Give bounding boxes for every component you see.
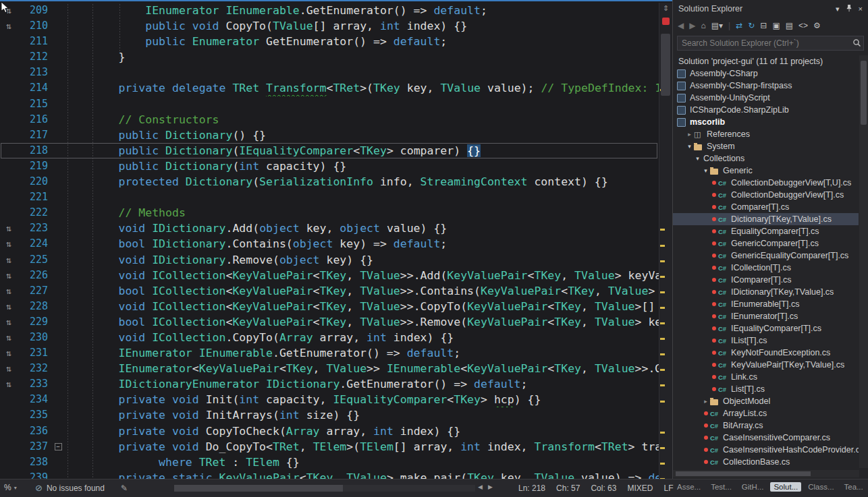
references-gutter-icon[interactable]: ⇅ (0, 345, 18, 361)
settings-icon[interactable]: ⚙ (813, 22, 821, 30)
edit-pencil-icon[interactable]: ✎ (121, 484, 128, 493)
references-gutter-icon[interactable]: ⇅ (0, 314, 18, 330)
close-icon[interactable]: × (859, 5, 863, 13)
tree-item[interactable]: C#IDictionary[TKey,TValue].cs (673, 286, 859, 298)
scroll-right-icon[interactable]: ▶ (488, 484, 493, 490)
code-line[interactable]: 217 public Dictionary() {} (0, 127, 659, 143)
expand-arrow-icon[interactable]: ▸ (685, 131, 694, 138)
tree-item[interactable]: C#ICollection[T].cs (673, 262, 859, 274)
scrollbar-thumb[interactable] (861, 61, 867, 125)
references-gutter-icon[interactable]: ⇅ (0, 252, 18, 268)
code-line[interactable]: 222 // Methods (0, 205, 659, 221)
code-line[interactable]: 218 public Dictionary(IEqualityComparer<… (0, 143, 659, 158)
code-line[interactable]: ⇅229 bool ICollection<KeyValuePair<TKey,… (0, 314, 659, 330)
tree-item[interactable]: C#CaseInsensitiveHashCodeProvider.cs (673, 444, 859, 456)
references-gutter-icon[interactable]: ⇅ (0, 221, 18, 236)
tree-item[interactable]: C#EqualityComparer[T].cs (673, 225, 859, 237)
code-line[interactable]: 216 // Constructors (0, 112, 659, 127)
scrollbar-thumb[interactable] (676, 471, 811, 476)
tree-item[interactable]: Assembly-UnityScript (673, 92, 859, 104)
code-line[interactable]: ⇅231 IEnumerator IEnumerable.GetEnumerat… (0, 345, 659, 361)
collapse-arrow-icon[interactable]: ▾ (693, 155, 702, 162)
search-input[interactable] (677, 36, 864, 51)
references-gutter-icon[interactable]: ⇅ (0, 236, 18, 252)
char-position[interactable]: Ch: 57 (556, 484, 580, 493)
encoding-indicator[interactable]: MIXED (627, 484, 653, 493)
show-all-files-icon[interactable]: ▣ (772, 22, 780, 30)
references-gutter-icon[interactable]: ⇅ (0, 283, 18, 299)
code-line[interactable]: 214 private delegate TRet Transform<TRet… (0, 80, 659, 96)
code-line[interactable]: 211 public Enumerator GetEnumerator() =>… (0, 34, 659, 49)
code-line[interactable]: ⇅232 IEnumerator<KeyValuePair<TKey, TVal… (0, 361, 659, 376)
tree-item[interactable]: ▸ObjectModel (673, 395, 859, 407)
code-line[interactable]: 235 private void InitArrays(int size) {} (0, 407, 659, 423)
tree-item[interactable]: C#CollectionDebuggerView[T].cs (673, 189, 859, 201)
references-gutter-icon[interactable]: ⇅ (0, 268, 18, 283)
tool-window-tab[interactable]: Class... (805, 482, 837, 492)
tree-item[interactable]: ▾Collections (673, 152, 859, 165)
code-line[interactable]: 220 protected Dictionary(SerializationIn… (0, 174, 659, 189)
tree-item[interactable]: ▸◫References (673, 128, 859, 140)
tree-item[interactable]: C#IComparer[T].cs (673, 274, 859, 286)
document-error-indicator[interactable] (662, 18, 670, 25)
tree-item[interactable]: C#GenericEqualityComparer[T].cs (673, 250, 859, 262)
properties-icon[interactable]: ▤ (786, 22, 793, 30)
scroll-left-icon[interactable]: ◀ (478, 484, 483, 490)
references-gutter-icon[interactable]: ⇅ (0, 330, 18, 345)
scrollbar-thumb[interactable] (661, 34, 670, 96)
code-line[interactable]: 212 } (0, 49, 659, 65)
scope-dropdown-icon[interactable]: ▤▾ (711, 22, 723, 30)
tree-item[interactable]: C#GenericComparer[T].cs (673, 237, 859, 250)
tree-item[interactable]: C#IEnumerator[T].cs (673, 310, 859, 322)
search-icon[interactable] (852, 38, 861, 49)
code-line[interactable]: ⇅209 IEnumerator IEnumerable.GetEnumerat… (0, 3, 659, 18)
line-ending-indicator[interactable]: LF (663, 484, 673, 493)
editor-horizontal-scrollbar[interactable] (174, 485, 475, 492)
refresh-icon[interactable]: ↻ (748, 22, 755, 30)
code-line[interactable]: 237− private void Do_CopyTo<TRet, TElem>… (0, 439, 659, 455)
back-icon[interactable]: ◀ (678, 22, 684, 30)
scrollbar-split-grip-icon[interactable]: ⇕ (659, 3, 672, 13)
tool-window-tab[interactable]: Asse... (674, 482, 704, 492)
tree-item[interactable]: Assembly-CSharp-firstpass (673, 80, 859, 92)
code-view-icon[interactable]: <> (798, 22, 808, 30)
sync-with-active-document-icon[interactable]: ⇄ (736, 22, 742, 30)
tree-vertical-scrollbar[interactable] (859, 55, 868, 468)
pin-icon[interactable] (846, 4, 852, 13)
references-gutter-icon[interactable]: ⇅ (0, 376, 18, 392)
tree-item[interactable]: C#IList[T].cs (673, 334, 859, 347)
no-issues-icon[interactable]: ⊘ (35, 483, 43, 493)
tree-item[interactable]: C#BitArray.cs (673, 419, 859, 432)
fold-collapse-icon[interactable]: − (55, 443, 62, 450)
references-gutter-icon[interactable]: ⇅ (0, 299, 18, 314)
code-line[interactable]: ⇅230 void ICollection.CopyTo(Array array… (0, 330, 659, 345)
tree-item[interactable]: C#IEqualityComparer[T].cs (673, 322, 859, 334)
tree-item[interactable]: C#IEnumerable[T].cs (673, 298, 859, 310)
tree-item[interactable]: C#Comparer[T].cs (673, 201, 859, 213)
tool-window-tab[interactable]: Test... (707, 482, 735, 492)
references-gutter-icon[interactable]: ⇅ (0, 18, 18, 34)
tree-item[interactable]: ▾System (673, 140, 859, 152)
collapse-all-icon[interactable]: ⊟ (760, 22, 767, 30)
code-line[interactable]: 221 (0, 189, 659, 205)
tree-item[interactable]: Solution 'project-gui' (11 of 11 project… (673, 55, 859, 67)
editor-vertical-scrollbar[interactable]: ⇕ (659, 3, 672, 479)
tree-item[interactable]: C#CollectionBase.cs (673, 456, 859, 468)
code-line[interactable]: 236 private void CopyToCheck(Array array… (0, 423, 659, 439)
code-line[interactable]: ⇅223 void IDictionary.Add(object key, ob… (0, 221, 659, 236)
scrollbar-thumb[interactable] (174, 485, 343, 492)
expand-arrow-icon[interactable]: ▸ (701, 398, 710, 405)
code-line[interactable]: 238 where TRet : TElem {} (0, 455, 659, 470)
tree-item[interactable]: Assembly-CSharp (673, 67, 859, 80)
tree-item[interactable]: ▾Generic (673, 165, 859, 177)
tree-item[interactable]: C#KeyValuePair[TKey,TValue].cs (673, 359, 859, 371)
zoom-control[interactable]: % ▾ (4, 483, 17, 492)
tree-item[interactable]: C#CollectionDebuggerView[T,U].cs (673, 177, 859, 189)
tree-item[interactable]: C#CaseInsensitiveComparer.cs (673, 432, 859, 444)
code-line[interactable]: 239 private static KeyValuePair<TKey, TV… (0, 470, 659, 479)
references-gutter-icon[interactable]: ⇅ (0, 361, 18, 376)
code-line[interactable]: 219 public Dictionary(int capacity) {} (0, 158, 659, 174)
tree-item[interactable]: C#Dictionary[TKey,TValue].cs (673, 213, 859, 225)
tool-window-tab[interactable]: Tea... (841, 482, 867, 492)
home-icon[interactable]: ⌂ (701, 22, 705, 30)
